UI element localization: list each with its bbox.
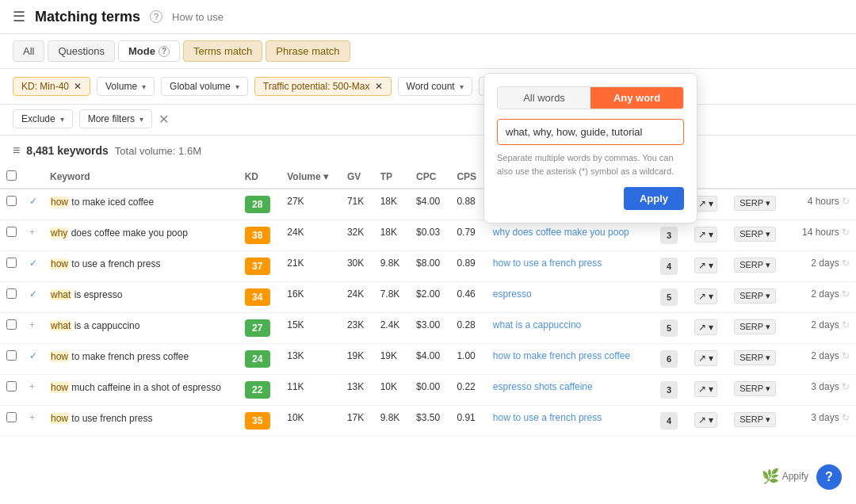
refresh-icon[interactable]: ↻ — [842, 412, 850, 423]
refresh-icon[interactable]: ↻ — [842, 381, 850, 392]
hamburger-icon[interactable]: ☰ — [13, 8, 25, 25]
volume-cell: 27K — [281, 189, 341, 220]
tabs-bar: All Questions Mode ? Terms match Phrase … — [0, 34, 856, 69]
trend-button[interactable]: ↗ ▾ — [694, 412, 717, 428]
filter-traffic[interactable]: Traffic potential: 500-Max ✕ — [254, 77, 392, 96]
row-check-icon[interactable]: ✓ — [29, 288, 37, 300]
table-row: ✓ how to make french press coffee 24 13K… — [0, 344, 856, 375]
row-checkbox[interactable] — [6, 350, 17, 361]
tab-mode[interactable]: Mode ? — [118, 40, 180, 62]
filter-traffic-remove[interactable]: ✕ — [375, 81, 383, 92]
tab-phrase-match[interactable]: Phrase match — [266, 40, 350, 62]
col-volume[interactable]: Volume ▾ — [281, 166, 341, 189]
col-cpc[interactable]: CPC — [410, 166, 450, 189]
sf-number: 6 — [660, 350, 678, 368]
parent-topic-cell: how to use a french press — [487, 251, 654, 282]
serp-badge[interactable]: SERP ▾ — [734, 412, 776, 427]
refresh-icon[interactable]: ↻ — [842, 319, 850, 330]
tp-cell: 9.8K — [374, 406, 410, 437]
apply-button[interactable]: Apply — [624, 187, 684, 210]
keyword-highlight: how — [50, 197, 69, 208]
filter-kd-remove[interactable]: ✕ — [74, 81, 82, 92]
filter-global-volume[interactable]: Global volume ▾ — [161, 77, 248, 96]
row-plus-icon[interactable]: + — [29, 412, 35, 423]
help-bubble[interactable]: ? — [816, 464, 842, 490]
sf-number: 5 — [660, 319, 678, 337]
filter-exclude[interactable]: Exclude ▾ — [13, 109, 73, 128]
trend-button[interactable]: ↗ ▾ — [694, 258, 717, 273]
trend-button[interactable]: ↗ ▾ — [694, 288, 717, 304]
row-checkbox[interactable] — [6, 196, 17, 206]
row-checkbox[interactable] — [6, 258, 17, 268]
row-check-icon[interactable]: ✓ — [29, 258, 37, 269]
row-checkbox[interactable] — [6, 412, 17, 422]
popup-tab-any-word[interactable]: Any word — [590, 87, 683, 109]
clear-filters-button[interactable]: ✕ — [159, 112, 169, 127]
trend-button[interactable]: ↗ ▾ — [694, 227, 717, 242]
serp-badge[interactable]: SERP ▾ — [734, 227, 776, 242]
refresh-icon[interactable]: ↻ — [842, 258, 850, 269]
include-filter-input[interactable] — [497, 119, 684, 145]
serp-badge[interactable]: SERP ▾ — [734, 258, 776, 273]
cps-cell: 1.00 — [450, 344, 486, 375]
parent-topic-link[interactable]: how to use a french press — [493, 258, 602, 269]
tab-all[interactable]: All — [13, 40, 44, 62]
row-plus-icon[interactable]: + — [29, 227, 35, 238]
tab-questions[interactable]: Questions — [48, 40, 115, 62]
parent-topic-link[interactable]: why does coffee make you poop — [493, 227, 629, 238]
row-checkbox[interactable] — [6, 319, 17, 330]
parent-topic-link[interactable]: how to make french press coffee — [493, 350, 630, 361]
serp-badge[interactable]: SERP ▾ — [734, 381, 776, 396]
sf-cell: 5 — [654, 282, 687, 313]
trend-button[interactable]: ↗ ▾ — [694, 381, 717, 397]
cps-cell: 0.28 — [450, 313, 486, 344]
col-gv[interactable]: GV — [341, 166, 374, 189]
popup-tab-all-words[interactable]: All words — [498, 87, 590, 109]
serp-badge[interactable]: SERP ▾ — [734, 196, 776, 211]
sf-cell: 6 — [654, 344, 687, 375]
filter-volume-arrow: ▾ — [142, 82, 146, 91]
serp-badge[interactable]: SERP ▾ — [734, 319, 776, 334]
refresh-icon[interactable]: ↻ — [842, 227, 850, 238]
select-all-checkbox[interactable] — [6, 170, 17, 181]
serp-badge[interactable]: SERP ▾ — [734, 288, 776, 304]
refresh-icon[interactable]: ↻ — [842, 196, 850, 207]
col-tp[interactable]: TP — [374, 166, 410, 189]
row-check-icon[interactable]: ✓ — [29, 196, 37, 207]
trend-button[interactable]: ↗ ▾ — [694, 319, 717, 335]
parent-topic-link[interactable]: how to use a french press — [493, 412, 602, 423]
filter-more[interactable]: More filters ▾ — [79, 109, 152, 128]
refresh-icon[interactable]: ↻ — [842, 350, 850, 361]
parent-topic-link[interactable]: espresso shots caffeine — [493, 381, 593, 392]
table-row: + what is a cappuccino 27 15K 23K 2.4K $… — [0, 313, 856, 344]
col-kd[interactable]: KD — [239, 166, 281, 189]
keyword-highlight: why — [50, 227, 68, 239]
sort-icon[interactable]: ≡ — [13, 143, 20, 158]
row-checkbox[interactable] — [6, 288, 17, 299]
row-checkbox[interactable] — [6, 227, 17, 237]
col-cps[interactable]: CPS — [450, 166, 486, 189]
row-checkbox[interactable] — [6, 381, 17, 391]
tab-terms-match[interactable]: Terms match — [183, 40, 262, 62]
row-plus-icon[interactable]: + — [29, 381, 35, 392]
filter-volume[interactable]: Volume ▾ — [97, 77, 155, 96]
trend-cell: ↗ ▾ — [688, 313, 728, 344]
row-check-icon[interactable]: ✓ — [29, 350, 37, 361]
serp-badge[interactable]: SERP ▾ — [734, 350, 776, 365]
keyword-text: does coffee make you poop — [68, 227, 188, 239]
kd-badge: 28 — [245, 196, 270, 213]
row-plus-icon[interactable]: + — [29, 319, 35, 330]
volume-cell: 11K — [281, 375, 341, 406]
help-icon[interactable]: ? — [150, 10, 162, 23]
parent-topic-link[interactable]: espresso — [493, 288, 532, 300]
filter-global-volume-label: Global volume — [170, 81, 231, 92]
parent-topic-link[interactable]: what is a cappuccino — [493, 319, 581, 330]
kd-badge: 37 — [245, 258, 270, 275]
mode-help-icon[interactable]: ? — [159, 46, 170, 57]
trend-button[interactable]: ↗ ▾ — [694, 350, 717, 366]
filter-kd[interactable]: KD: Min-40 ✕ — [13, 77, 90, 96]
refresh-icon[interactable]: ↻ — [842, 288, 850, 300]
how-to-use-link[interactable]: How to use — [172, 11, 224, 23]
parent-topic-cell: why does coffee make you poop — [487, 220, 654, 251]
filter-word-count[interactable]: Word count ▾ — [398, 77, 472, 96]
